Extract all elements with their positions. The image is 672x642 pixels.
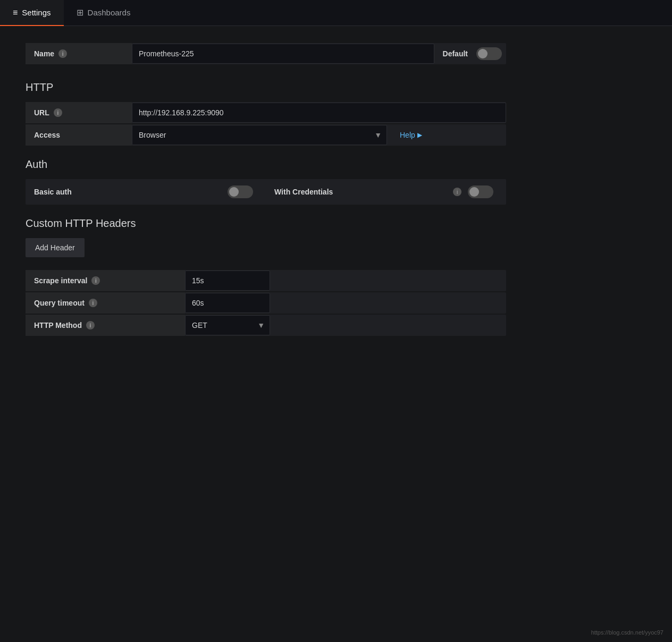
query-timeout-row: Query timeout i — [26, 292, 506, 314]
tab-bar: ≡ Settings ⊞ Dashboards — [0, 0, 672, 26]
access-row: Access Browser Server (default) ▼ Help ▶ — [26, 124, 506, 146]
http-method-row: HTTP Method i GET POST ▼ — [26, 315, 506, 336]
default-label: Default — [434, 49, 476, 58]
tab-settings-label: Settings — [22, 8, 51, 17]
name-input[interactable] — [132, 44, 434, 64]
help-button[interactable]: Help ▶ — [391, 125, 431, 145]
url-label: URL i — [26, 102, 132, 123]
auth-section: Auth Basic auth With Credentials i — [26, 158, 506, 205]
auth-row: Basic auth With Credentials i — [26, 179, 506, 205]
settings-icon: ≡ — [13, 8, 18, 18]
tab-dashboards[interactable]: ⊞ Dashboards — [64, 0, 144, 26]
name-info-icon[interactable]: i — [58, 49, 67, 58]
http-method-info-icon[interactable]: i — [86, 321, 95, 330]
auth-heading: Auth — [26, 158, 506, 171]
http-section: HTTP URL i Access Browser Server (defaul… — [26, 81, 506, 146]
watermark: https://blog.csdn.net/yyoc97 — [591, 629, 663, 636]
access-label: Access — [26, 124, 132, 146]
with-credentials-cell: With Credentials i — [266, 179, 506, 205]
http-method-select-wrapper: GET POST ▼ — [185, 315, 270, 335]
with-credentials-label: With Credentials — [274, 188, 447, 196]
with-credentials-info-icon[interactable]: i — [453, 188, 461, 196]
custom-headers-section: Custom HTTP Headers Add Header — [26, 217, 506, 257]
default-toggle[interactable] — [476, 47, 502, 60]
http-method-select[interactable]: GET POST — [185, 315, 270, 335]
http-method-label: HTTP Method i — [26, 315, 185, 336]
query-timeout-input[interactable] — [185, 293, 270, 313]
query-timeout-info-icon[interactable]: i — [89, 299, 97, 307]
access-select[interactable]: Browser Server (default) — [132, 125, 387, 145]
basic-auth-toggle[interactable] — [228, 185, 253, 198]
query-timeout-label: Query timeout i — [26, 292, 185, 314]
settings-rows: Scrape interval i Query timeout i HTTP M… — [26, 270, 506, 336]
tab-dashboards-label: Dashboards — [88, 8, 131, 17]
basic-auth-cell: Basic auth — [26, 179, 266, 205]
scrape-interval-info-icon[interactable]: i — [91, 276, 100, 285]
url-info-icon[interactable]: i — [54, 108, 62, 117]
with-credentials-toggle[interactable] — [468, 185, 493, 198]
add-header-button[interactable]: Add Header — [26, 238, 85, 257]
url-input[interactable] — [132, 103, 506, 123]
main-content: Name i Default HTTP URL i Access Browser — [0, 26, 532, 354]
access-select-wrapper: Browser Server (default) ▼ — [132, 125, 387, 145]
name-label: Name i — [26, 43, 132, 64]
scrape-interval-label: Scrape interval i — [26, 270, 185, 291]
custom-headers-heading: Custom HTTP Headers — [26, 217, 506, 230]
tab-settings[interactable]: ≡ Settings — [0, 0, 64, 26]
http-heading: HTTP — [26, 81, 506, 94]
dashboards-icon: ⊞ — [77, 7, 83, 18]
url-row: URL i — [26, 102, 506, 123]
name-row: Name i Default — [26, 43, 506, 64]
scrape-interval-row: Scrape interval i — [26, 270, 506, 291]
scrape-interval-input[interactable] — [185, 271, 270, 291]
basic-auth-label: Basic auth — [34, 188, 221, 196]
